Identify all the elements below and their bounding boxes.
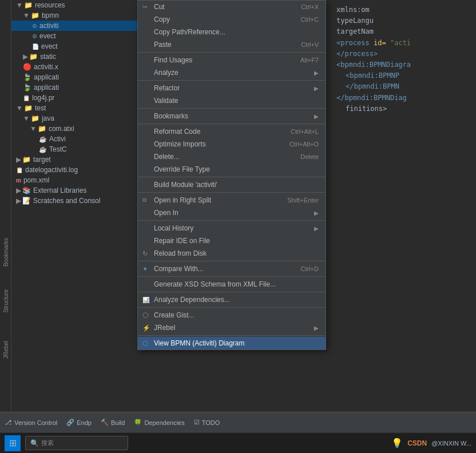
compare-icon: ✦ (142, 265, 148, 273)
tree-item-testc[interactable]: ☕ TestC (11, 144, 137, 154)
bottom-tabs: ⎇ Version Control 🔗 Endp 🔨 Build 🍀 Depen… (0, 412, 476, 433)
tree-item-datelog[interactable]: 📋 datelogactiviti.log (11, 165, 137, 175)
tree-item-test[interactable]: ▼ 📁 test (11, 103, 137, 113)
menu-repair-ide[interactable]: Repair IDE on File (138, 235, 326, 247)
menu-copy[interactable]: Copy Ctrl+C (138, 13, 326, 26)
context-menu: ✂ Cut Ctrl+X Copy Ctrl+C Copy Path/Refer… (137, 0, 326, 350)
tree-item-external[interactable]: ▶ 📚 External Libraries (11, 185, 137, 196)
github-icon: ⬡ (142, 311, 148, 319)
code-line-7: <bpmndi:BPMNP (336, 70, 471, 81)
menu-optimize[interactable]: Optimize Imports Ctrl+Alt+O (138, 138, 326, 150)
tree-item-applicati1[interactable]: 🍃 applicati (11, 72, 137, 82)
start-button[interactable]: ⊞ (5, 435, 21, 451)
bpmn-icon: ⬡ (142, 340, 148, 347)
idea-icon[interactable]: 💡 (391, 438, 403, 448)
menu-refactor[interactable]: Refactor ▶ (138, 82, 326, 94)
tree-item-static[interactable]: ▶ 📁 static (11, 51, 137, 62)
version-control-tab[interactable]: ⎇ Version Control (5, 419, 57, 426)
menu-delete[interactable]: Delete... Delete (138, 150, 326, 163)
search-icon: 🔍 (30, 439, 39, 447)
submenu-arrow-bookmarks: ▶ (314, 113, 319, 120)
sep3 (138, 108, 326, 109)
tree-item-java[interactable]: ▼ 📁 java (11, 113, 137, 124)
tree-item-activiti[interactable]: ⚙ activiti (11, 21, 137, 31)
endpoint-icon: 🔗 (66, 419, 74, 426)
menu-paste[interactable]: Paste Ctrl+V (138, 38, 326, 51)
csdn-icon[interactable]: CSDN (407, 439, 427, 447)
submenu-arrow-refactor: ▶ (314, 85, 319, 92)
submenu-arrow-jrebel: ▶ (314, 325, 319, 331)
menu-reload-disk[interactable]: ↻ Reload from Disk (138, 247, 326, 260)
tree-item-log4j[interactable]: 📋 log4j.pr (11, 93, 137, 103)
build-tab[interactable]: 🔨 Build (101, 419, 125, 426)
menu-open-right-split[interactable]: ⧉ Open in Right Split Shift+Enter (138, 194, 326, 206)
tree-item-bpmn[interactable]: ▼ 📁 bpmn (11, 10, 137, 21)
tree-item-activiti-xml[interactable]: 🔴 activiti.x (11, 62, 137, 72)
code-line-1: xmlns:om (336, 5, 471, 15)
bookmarks-tab[interactable]: Bookmarks (1, 235, 11, 270)
todo-tab[interactable]: ☑ TODO (194, 419, 220, 426)
menu-create-gist[interactable]: ⬡ Create Gist... (138, 309, 326, 321)
menu-override-file-type[interactable]: Override File Type (138, 163, 326, 176)
menu-jrebel[interactable]: ⚡ JRebel ▶ (138, 321, 326, 334)
menu-find-usages[interactable]: Find Usages Alt+F7 (138, 54, 326, 66)
sep7 (138, 220, 326, 221)
tree-item-evect1[interactable]: ⚙ evect (11, 31, 137, 41)
menu-compare-with[interactable]: ✦ Compare With... Ctrl+D (138, 263, 326, 275)
tree-item-resources[interactable]: ▼ 📁 resources (11, 0, 137, 10)
code-line-9: </bpmndi:BPMNDiag (336, 93, 471, 104)
menu-reformat[interactable]: Reformat Code Ctrl+Alt+L (138, 125, 326, 138)
submenu-arrow-local-history: ▶ (314, 225, 319, 232)
endpoints-tab[interactable]: 🔗 Endp (66, 419, 92, 426)
code-line-2: typeLangu (336, 15, 471, 26)
submenu-arrow: ▶ (314, 70, 319, 76)
sep2 (138, 80, 326, 81)
reload-icon: ↻ (142, 250, 148, 257)
jrebel-icon: ⚡ (142, 324, 150, 332)
build-icon: 🔨 (101, 419, 109, 426)
search-bar[interactable]: 🔍 搜索 (25, 436, 128, 450)
scissors-icon: ✂ (142, 3, 148, 11)
tree-item-activi[interactable]: ☕ Activi (11, 134, 137, 144)
menu-analyze[interactable]: Analyze ▶ (138, 66, 326, 79)
analyze-icon: 📊 (142, 297, 149, 303)
split-icon: ⧉ (142, 197, 146, 204)
jrebel-side-tab[interactable]: JRebel (1, 337, 11, 362)
sep12 (138, 335, 326, 336)
tree-item-com-atxi[interactable]: ▼ 📁 com.atxi (11, 124, 137, 134)
git-icon: ⎇ (5, 419, 12, 426)
tree-item-scratches[interactable]: ▶ 📝 Scratches and Consol (11, 196, 137, 206)
user-icon[interactable]: @XINXIN W... (431, 440, 471, 447)
sep6 (138, 192, 326, 193)
code-line-6: <bpmndi:BPMNDiagra (336, 59, 471, 70)
menu-analyze-deps[interactable]: 📊 Analyze Dependencies... (138, 293, 326, 306)
code-line-4: <process id= "acti (336, 38, 471, 49)
tree-item-pom[interactable]: m pom.xml (11, 175, 137, 185)
tree-item-applicati2[interactable]: 🍃 applicati (11, 82, 137, 93)
structure-tab[interactable]: Structure (1, 286, 11, 316)
sep8 (138, 261, 326, 261)
menu-local-history[interactable]: Local History ▶ (138, 222, 326, 235)
menu-cut[interactable]: ✂ Cut Ctrl+X (138, 1, 326, 13)
taskbar: ⊞ 🔍 搜索 💡 CSDN @XINXIN W... (0, 432, 476, 453)
sep9 (138, 276, 326, 277)
sep4 (138, 124, 326, 124)
menu-view-bpmn[interactable]: ⬡ View BPMN (Activiti) Diagram (138, 337, 326, 349)
menu-validate[interactable]: Validate (138, 94, 326, 107)
code-line-10: finitions> (336, 104, 471, 114)
tree-item-target[interactable]: ▶ 📁 target (11, 154, 137, 165)
deps-icon: 🍀 (134, 419, 142, 426)
dependencies-tab[interactable]: 🍀 Dependencies (134, 419, 184, 426)
tree-item-evect2[interactable]: 📄 evect (11, 41, 137, 51)
todo-icon: ☑ (194, 419, 200, 426)
menu-copy-path[interactable]: Copy Path/Reference... (138, 26, 326, 38)
menu-bookmarks[interactable]: Bookmarks ▶ (138, 110, 326, 122)
submenu-arrow-open-in: ▶ (314, 210, 319, 216)
menu-generate-xsd[interactable]: Generate XSD Schema from XML File... (138, 278, 326, 291)
menu-build-module[interactable]: Build Module 'activiti' (138, 178, 326, 191)
code-line-3: targetNam (336, 26, 471, 37)
sep1 (138, 52, 326, 53)
sep11 (138, 307, 326, 308)
menu-open-in[interactable]: Open In ▶ (138, 206, 326, 219)
file-tree: ▼ 📁 resources ▼ 📁 bpmn ⚙ activiti ⚙ evec… (11, 0, 137, 412)
